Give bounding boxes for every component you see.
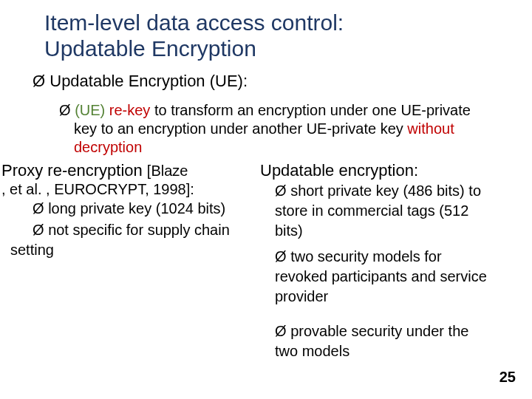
bullet-arrow-icon: Ø bbox=[275, 248, 287, 265]
ue-item-2c: provider bbox=[266, 287, 504, 307]
bullet-arrow-icon: Ø bbox=[33, 222, 44, 238]
ue-item-1c: bits) bbox=[266, 222, 504, 242]
ue-item-1: Ø short private key (486 bits) to bbox=[266, 180, 504, 202]
ue-item-3: Ø provable security under the bbox=[266, 321, 504, 342]
right-column: Updatable encryption: Ø short private ke… bbox=[266, 161, 508, 362]
proxy-head-b: [Blaze bbox=[147, 163, 188, 179]
proxy-head-a: Proxy re-encryption bbox=[1, 161, 147, 180]
ue-heading: Updatable Encryption (UE): bbox=[50, 72, 248, 90]
ue-item-2b: revoked participants and service bbox=[266, 267, 504, 287]
bullet-arrow-icon: Ø bbox=[275, 183, 287, 199]
bullet-arrow-icon: Ø bbox=[33, 72, 45, 90]
ue-item-2: Ø two security models for bbox=[266, 246, 504, 267]
title-line-1: Item-level data access control: bbox=[44, 10, 344, 35]
ue-item-2a: two security models for bbox=[290, 248, 442, 265]
left-column: Proxy re-encryption [Blaze , et al. , EU… bbox=[24, 161, 266, 362]
ue-item-1b: store in commercial tags (512 bbox=[266, 202, 504, 222]
ue-heading-line: Ø Updatable Encryption (UE): bbox=[33, 67, 508, 97]
updatable-heading: Updatable encryption: bbox=[260, 161, 504, 180]
page-number: 25 bbox=[499, 369, 516, 386]
proxy-item-2: Ø not specific for supply chain bbox=[24, 219, 262, 241]
ue-detail: Ø (UE) re-key to transform an encryption… bbox=[24, 97, 508, 160]
ue-item-3a: provable security under the bbox=[290, 323, 468, 339]
ue-rekey: re-key bbox=[105, 102, 150, 118]
title-line-2: Updatable Encryption bbox=[44, 36, 256, 61]
bullet-arrow-icon: Ø bbox=[275, 323, 287, 339]
ue-item-3b: two models bbox=[266, 342, 504, 362]
bullet-arrow-icon: Ø bbox=[59, 102, 71, 118]
proxy-item-1: Ø long private key (1024 bits) bbox=[24, 198, 262, 219]
bullet-arrow-icon: Ø bbox=[33, 200, 44, 216]
slide-title: Item-level data access control: Updatabl… bbox=[24, 10, 508, 67]
slide: Item-level data access control: Updatabl… bbox=[0, 0, 532, 399]
two-column-region: Proxy re-encryption [Blaze , et al. , EU… bbox=[24, 161, 508, 362]
proxy-item-2a: not specific for supply chain bbox=[48, 222, 230, 238]
proxy-heading: Proxy re-encryption [Blaze bbox=[1, 161, 262, 180]
ue-lead: (UE) bbox=[75, 102, 105, 118]
ue-item-1a: short private key (486 bits) to bbox=[290, 183, 481, 199]
proxy-item-2b: setting bbox=[1, 241, 262, 261]
proxy-heading-cite: , et al. , EUROCRYPT, 1998]: bbox=[1, 180, 262, 198]
proxy-item-1-text: long private key (1024 bits) bbox=[48, 200, 225, 216]
